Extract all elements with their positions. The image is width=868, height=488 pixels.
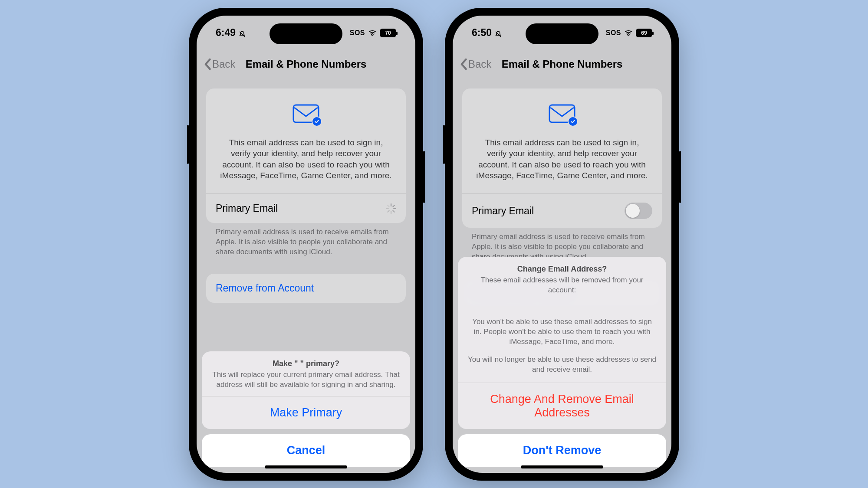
back-label: Back — [468, 58, 491, 70]
info-card: This email address can be used to sign i… — [462, 88, 662, 228]
primary-email-row: Primary Email — [462, 193, 662, 228]
sheet-paragraph-2: You will no longer be able to use these … — [458, 355, 666, 375]
action-sheet: Change Email Address? These email addres… — [458, 257, 666, 467]
dont-remove-button[interactable]: Don't Remove — [458, 434, 666, 467]
primary-email-label: Primary Email — [472, 205, 534, 217]
screen: 6:50 SOS 69 Back Email & Phone Numbers — [453, 16, 671, 473]
status-time: 6:50 — [472, 27, 492, 39]
action-sheet: Make " " primary? This will replace your… — [202, 351, 410, 467]
status-sos: SOS — [350, 29, 365, 37]
status-time: 6:49 — [216, 27, 236, 39]
remove-from-account-button[interactable]: Remove from Account — [206, 274, 406, 303]
battery-icon: 70 — [380, 29, 396, 37]
battery-icon: 69 — [636, 29, 652, 37]
cancel-button[interactable]: Cancel — [202, 434, 410, 467]
home-indicator[interactable] — [521, 465, 603, 468]
wifi-icon — [368, 27, 377, 39]
sheet-title: Make " " primary? — [212, 359, 400, 368]
wifi-icon — [624, 27, 633, 39]
back-button[interactable]: Back — [204, 50, 235, 78]
mail-verified-icon — [293, 103, 319, 124]
primary-email-row: Primary Email — [206, 193, 406, 223]
checkmark-badge-icon — [568, 116, 578, 127]
info-card: This email address can be used to sign i… — [206, 88, 406, 223]
sheet-paragraph-1: You won't be able to use these email add… — [458, 317, 666, 347]
sheet-title: Change Email Address? — [468, 265, 656, 274]
phone-left: 6:49 SOS 70 Back Email & Phone Numbers — [189, 8, 423, 481]
status-sos: SOS — [606, 29, 621, 37]
sheet-subtitle: These email addresses will be removed fr… — [468, 275, 656, 295]
silent-icon — [494, 29, 502, 37]
primary-email-toggle[interactable] — [625, 203, 652, 219]
nav-bar: Back Email & Phone Numbers — [453, 50, 671, 78]
change-and-remove-button[interactable]: Change And Remove Email Addresses — [458, 383, 666, 429]
hero-description: This email address can be used to sign i… — [218, 137, 394, 182]
page-title: Email & Phone Numbers — [246, 58, 367, 70]
loading-spinner-icon — [386, 203, 396, 214]
phone-right: 6:50 SOS 69 Back Email & Phone Numbers — [445, 8, 679, 481]
dynamic-island — [526, 23, 598, 44]
page-title: Email & Phone Numbers — [502, 58, 623, 70]
back-label: Back — [212, 58, 235, 70]
nav-bar: Back Email & Phone Numbers — [197, 50, 415, 78]
sheet-subtitle: This will replace your current primary e… — [212, 370, 400, 390]
home-indicator[interactable] — [265, 465, 347, 468]
silent-icon — [238, 29, 246, 37]
primary-email-footer: Primary email address is used to receive… — [206, 223, 406, 257]
screen: 6:49 SOS 70 Back Email & Phone Numbers — [197, 16, 415, 473]
hero-description: This email address can be used to sign i… — [474, 137, 650, 182]
primary-email-label: Primary Email — [216, 203, 278, 214]
dynamic-island — [270, 23, 342, 44]
checkmark-badge-icon — [312, 116, 322, 127]
make-primary-button[interactable]: Make Primary — [202, 396, 410, 429]
back-button[interactable]: Back — [460, 50, 491, 78]
mail-verified-icon — [549, 103, 575, 124]
